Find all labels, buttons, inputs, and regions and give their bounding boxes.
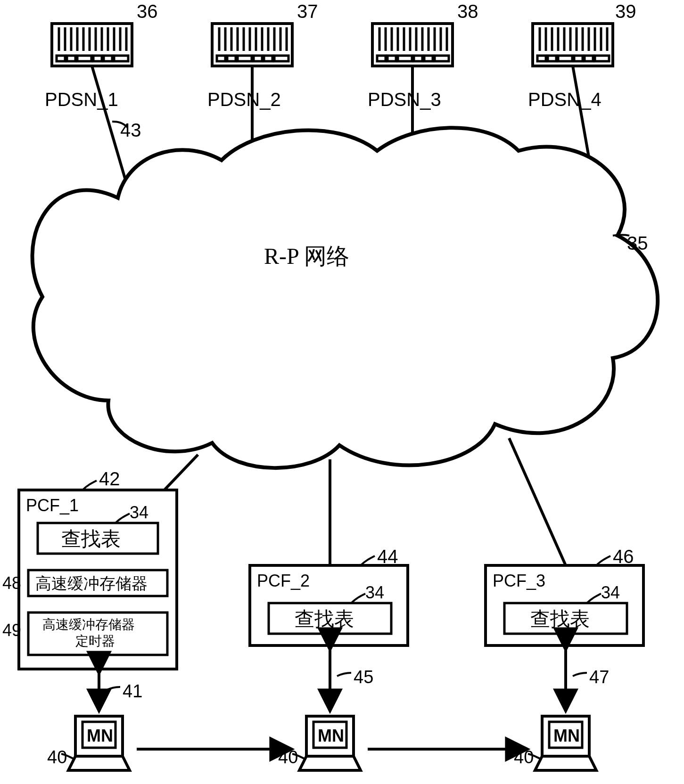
server-2-num: 37	[297, 1, 318, 22]
pcf-2-lookup: 查找表	[295, 608, 354, 630]
pcf-1-timer-l1: 高速缓冲存储器	[42, 617, 135, 632]
server-2: 37 PDSN_2	[207, 1, 318, 110]
server-3-num: 38	[457, 1, 478, 22]
leader-47	[573, 673, 587, 676]
server-3: 38 PDSN_3	[368, 1, 478, 110]
server-1-num: 36	[137, 1, 158, 22]
mn-2-label: MN	[318, 726, 344, 745]
pcf-1-cache: 高速缓冲存储器	[35, 575, 148, 592]
pcf-1-timernum: 49	[2, 621, 21, 640]
cloud-num: 35	[627, 233, 648, 253]
pcf-1-lookup: 查找表	[61, 528, 121, 550]
pcf-1-tablenum: 34	[130, 503, 148, 522]
pcf-2-num: 44	[377, 546, 398, 567]
pcf-1-timer-l2: 定时器	[75, 634, 115, 648]
mn-2: MN 40	[278, 716, 361, 770]
mn-1: MN 40	[47, 716, 130, 770]
link-num-43: 43	[120, 120, 141, 140]
leader-35	[613, 235, 629, 236]
cloud-icon	[33, 128, 658, 468]
pcf-1: PCF_1 42 查找表 34 高速缓冲存储器 48 高速缓冲存储器 定时器 4…	[2, 468, 177, 669]
server-4-num: 39	[615, 1, 636, 22]
pcf-2-name: PCF_2	[257, 571, 310, 590]
mn-1-num: 40	[47, 747, 67, 767]
pcf-3-num: 46	[613, 546, 634, 567]
mn-3-label: MN	[553, 726, 580, 745]
link-mn2-num: 45	[354, 667, 373, 687]
mn-3: MN 40	[514, 716, 596, 770]
mn-1-label: MN	[87, 726, 113, 745]
pcf-3-lookup: 查找表	[530, 608, 590, 630]
link-mn1-num: 41	[123, 681, 142, 701]
server-4-label: PDSN_4	[528, 89, 602, 110]
pcf-1-cachenum: 48	[2, 573, 21, 593]
server-4: 39 PDSN_4	[528, 1, 636, 110]
pcf-1-name: PCF_1	[26, 496, 79, 515]
pcf-1-num: 42	[99, 468, 120, 489]
server-2-label: PDSN_2	[207, 89, 281, 110]
pcf-2-tablenum: 34	[365, 583, 384, 602]
cloud-label: R-P 网络	[264, 244, 349, 269]
leader-41	[106, 687, 120, 690]
leader-45	[337, 673, 351, 676]
pcf-3-tablenum: 34	[601, 583, 620, 602]
server-1-label: PDSN_1	[45, 89, 118, 110]
pcf-3-name: PCF_3	[493, 571, 545, 590]
link-pcf3	[509, 438, 566, 565]
server-3-label: PDSN_3	[368, 89, 441, 110]
link-mn3-num: 47	[589, 667, 609, 687]
